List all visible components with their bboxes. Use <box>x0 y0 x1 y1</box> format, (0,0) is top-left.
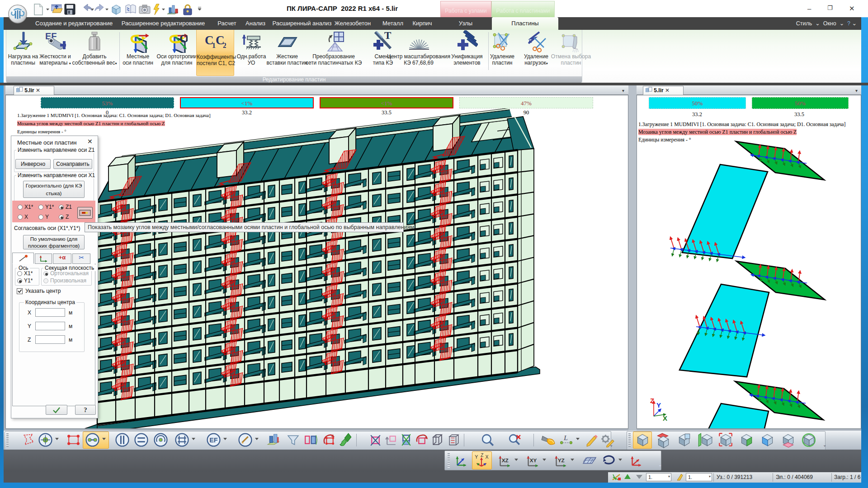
svg-text:2: 2 <box>223 42 226 49</box>
svg-text:L: L <box>563 434 568 441</box>
svg-text:X: X <box>663 414 667 422</box>
svg-text:XY: XY <box>530 457 537 463</box>
svg-text:Y: Y <box>475 454 478 460</box>
svg-text:Z: Z <box>650 397 654 404</box>
svg-text:X: X <box>486 454 489 460</box>
svg-text:YZ: YZ <box>558 457 565 463</box>
svg-text:1: 1 <box>212 42 216 49</box>
svg-text:EF: EF <box>209 436 218 444</box>
svg-text:O: O <box>179 32 188 45</box>
svg-text:Z: Z <box>481 453 484 458</box>
svg-text:XZ: XZ <box>502 457 509 463</box>
svg-text:Y: Y <box>656 401 661 409</box>
